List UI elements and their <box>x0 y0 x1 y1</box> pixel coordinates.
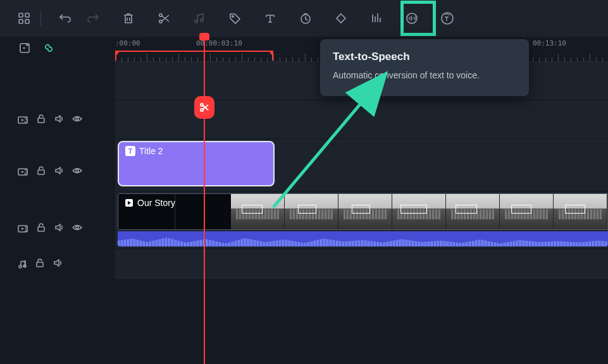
track-header-1: 1 <box>0 217 82 240</box>
track-index: 1 <box>24 226 28 233</box>
svg-point-5 <box>159 20 162 23</box>
tts-icon <box>440 11 454 25</box>
track-controls-column: 3 2 1 <box>0 37 115 364</box>
track-index: 2 <box>24 169 28 176</box>
mute-button[interactable] <box>54 223 63 234</box>
toolbar-divider <box>40 11 41 26</box>
audio-levels-icon <box>406 12 418 25</box>
main-toolbar <box>0 0 608 37</box>
undo-icon <box>59 12 71 25</box>
visibility-button[interactable] <box>72 114 82 126</box>
unlock-icon <box>35 258 44 267</box>
lock-button[interactable] <box>37 114 46 126</box>
link-button[interactable] <box>43 42 54 56</box>
svg-rect-18 <box>38 227 44 231</box>
trash-icon <box>122 12 135 25</box>
visibility-button[interactable] <box>72 166 82 178</box>
add-track-button[interactable] <box>19 42 30 56</box>
track-lane-1[interactable]: Our Story <box>115 191 608 248</box>
tooltip-body: Automatic conversion of text to voice. <box>333 70 516 82</box>
undo-button[interactable] <box>53 6 78 31</box>
in-out-range[interactable] <box>115 51 273 61</box>
controls-header <box>0 37 115 62</box>
title-clip[interactable]: T Title 2 <box>118 141 275 186</box>
title-clip-label: Title 2 <box>139 146 163 156</box>
svg-rect-22 <box>37 262 43 267</box>
speaker-icon <box>53 258 62 267</box>
title-clip-icon: T <box>125 146 135 156</box>
lock-button[interactable] <box>35 258 44 270</box>
tag-icon <box>228 12 241 25</box>
lock-button[interactable] <box>37 166 46 178</box>
text-button[interactable] <box>257 6 283 31</box>
redo-button[interactable] <box>80 6 106 31</box>
track-lane-3[interactable] <box>115 100 608 138</box>
svg-point-20 <box>19 265 22 268</box>
track-index: 3 <box>24 117 28 124</box>
apps-button[interactable] <box>11 6 37 31</box>
split-button[interactable] <box>151 6 177 31</box>
scissors-icon <box>158 12 170 25</box>
track-lane-2[interactable]: T Title 2 <box>115 139 608 191</box>
apps-icon <box>18 12 30 25</box>
mute-button[interactable] <box>54 114 63 126</box>
clock-icon <box>299 12 312 25</box>
svg-point-16 <box>76 169 78 172</box>
visibility-button[interactable] <box>72 223 82 234</box>
tooltip-title: Text-to-Speech <box>333 51 516 63</box>
svg-point-6 <box>232 16 234 18</box>
playhead[interactable] <box>204 37 205 364</box>
video-clip-label: Our Story <box>137 198 175 208</box>
video-clip[interactable]: Our Story <box>118 193 608 230</box>
ruler-timestamp: :00:00 <box>115 39 140 47</box>
speaker-icon <box>54 166 63 175</box>
music-button[interactable] <box>187 6 212 31</box>
video-thumbnails <box>231 194 607 229</box>
link-icon <box>43 42 54 54</box>
svg-rect-15 <box>38 170 44 174</box>
svg-rect-1 <box>25 13 29 17</box>
tag-button[interactable] <box>222 6 247 31</box>
redo-icon <box>87 12 99 25</box>
eye-icon <box>72 114 82 123</box>
track-type-video: 1 <box>18 224 28 234</box>
tts-tooltip: Text-to-Speech Automatic conversion of t… <box>320 39 529 96</box>
speaker-icon <box>54 114 63 123</box>
eye-icon <box>72 166 82 175</box>
unlock-icon <box>37 223 46 232</box>
svg-rect-12 <box>38 118 44 123</box>
svg-point-13 <box>76 118 78 120</box>
diamond-icon <box>335 12 347 25</box>
track-lane-audio[interactable] <box>115 249 608 279</box>
svg-rect-0 <box>19 13 23 17</box>
svg-rect-2 <box>19 20 23 23</box>
track-type-audio: 1 <box>18 260 27 269</box>
audio-waveform[interactable] <box>118 231 608 246</box>
ruler-timestamp: 00:13:10 <box>533 39 566 47</box>
delete-button[interactable] <box>116 6 141 31</box>
mute-button[interactable] <box>53 258 62 270</box>
unlock-icon <box>37 166 46 175</box>
play-icon <box>125 198 133 207</box>
svg-rect-3 <box>25 20 29 23</box>
mute-button[interactable] <box>54 166 63 178</box>
split-at-playhead-button[interactable] <box>194 96 214 119</box>
audio-levels-button[interactable] <box>399 6 425 31</box>
speed-button[interactable] <box>293 6 318 31</box>
add-track-icon <box>19 42 30 54</box>
svg-point-19 <box>76 226 78 229</box>
keyframe-button[interactable] <box>328 6 354 31</box>
track-header-3: 3 <box>0 109 82 131</box>
text-icon <box>264 12 276 25</box>
svg-point-4 <box>159 14 162 16</box>
track-index: 1 <box>23 261 27 268</box>
tts-button[interactable] <box>435 6 460 31</box>
equalizer-button[interactable] <box>364 6 389 31</box>
track-type-video: 2 <box>18 167 28 177</box>
scissors-icon <box>199 102 209 112</box>
lock-button[interactable] <box>37 223 46 234</box>
track-header-audio: 1 <box>0 253 62 276</box>
equalizer-icon <box>370 12 383 25</box>
unlock-icon <box>37 114 46 123</box>
track-type-video: 3 <box>18 115 28 125</box>
